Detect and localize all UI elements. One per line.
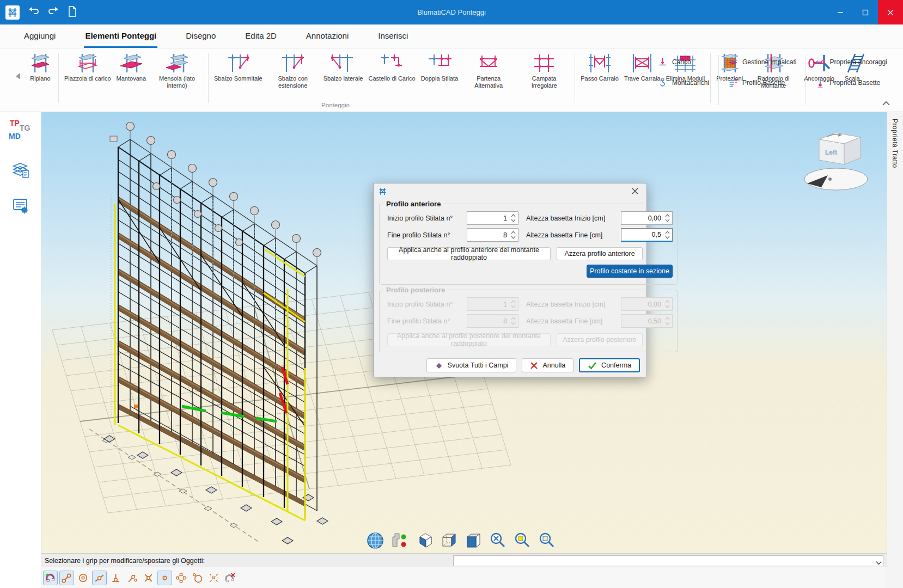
snap-magnet-icon [45, 572, 56, 584]
ribbon-item-mensola-lato-interno[interactable]: Mensola (lato interno) [149, 52, 205, 89]
layers-button[interactable] [10, 159, 32, 181]
profilo-posteriore-group: Profilo posteriore Inizio profilo Stilat… [379, 286, 678, 352]
command-history-dropdown-icon[interactable] [876, 558, 882, 567]
snap-center-button[interactable] [76, 571, 90, 585]
inizio-profilo-posteriore-label: Inizio profilo Stilata n° [387, 301, 463, 308]
visibility-button[interactable] [389, 530, 410, 551]
zoom-previous-button[interactable] [536, 530, 557, 551]
list-gear-icon [11, 197, 30, 215]
tab-elementi-ponteggi[interactable]: Elementi Ponteggi [84, 24, 157, 48]
profilo-costante-button[interactable]: Profilo costante in sezione [587, 265, 673, 278]
tool-proprieta-ancoraggi[interactable]: Proprietà Ancoraggi [815, 56, 887, 68]
spinner-arrows[interactable] [663, 229, 672, 241]
ribbon-item-doppia-stilata[interactable]: Doppia Stilata [418, 52, 461, 82]
annulla-button[interactable]: Annulla [522, 358, 573, 372]
dialog-close-button[interactable] [628, 185, 642, 197]
wireframe-view-button[interactable] [438, 530, 459, 551]
ribbon-item-castello-di-carico[interactable]: Castello di Carico [365, 52, 418, 82]
proprieta-basette-icon [815, 78, 825, 88]
snap-apparent-intersection-button[interactable] [206, 571, 221, 585]
zoom-previous-icon [538, 531, 556, 550]
snap-endpoint-button[interactable] [59, 571, 74, 585]
compass-ring [804, 168, 868, 190]
maximize-button[interactable] [853, 0, 878, 24]
shaded-view-button[interactable] [463, 530, 484, 551]
altezza-inizio-label: Altezza basetta Inizio [cm] [522, 215, 618, 222]
tool-profilo-basette[interactable]: Profilo Basette [728, 77, 796, 89]
ribbon-separator [806, 55, 806, 105]
tool-gestione-impalcati[interactable]: Gestione Impalcati [728, 56, 796, 68]
zoom-window-button[interactable] [512, 530, 533, 551]
close-button[interactable] [878, 0, 903, 24]
minimize-button[interactable] [828, 0, 853, 24]
layers-icon [11, 161, 30, 179]
undo-icon[interactable] [28, 7, 39, 19]
ribbon-scroll-left-button[interactable] [13, 69, 23, 83]
visibility-icon [391, 531, 409, 550]
gestione-impalcati-icon [728, 57, 738, 67]
ribbon-tools: Carico Montacarichi Gestione Impalcati P… [651, 54, 894, 105]
ribbon-item-ripiano[interactable]: Ripiano [25, 52, 56, 82]
ribbon-item-sbalzo-con-estensione[interactable]: Sbalzo con estensione [265, 52, 321, 89]
partenza-icon [476, 52, 501, 74]
applica-anteriore-button[interactable]: Applica anche al profilo anteriore del m… [387, 247, 551, 260]
snap-intersection-button[interactable] [141, 571, 156, 585]
tab-inserisci[interactable]: Inserisci [377, 24, 409, 48]
fine-profilo-label: Fine profilo Stilata n° [387, 231, 463, 239]
ribbon-item-passo-carraio[interactable]: Passo Carraio [578, 52, 621, 82]
ripiano-icon [28, 52, 53, 74]
snap-toggle-button[interactable] [43, 571, 58, 585]
spinner-arrows[interactable] [509, 212, 517, 224]
ribbon-item-campata-irregolare[interactable]: Campata Irregolare [516, 52, 572, 89]
tab-annotazioni[interactable]: Annotazioni [305, 24, 350, 48]
tool-carico[interactable]: Carico [658, 56, 709, 68]
ribbon-item-sbalzo-sommitale[interactable]: Sbalzo Sommitale [211, 52, 265, 82]
fine-profilo-spinner [467, 228, 518, 242]
ribbon-collapse-button[interactable] [879, 97, 893, 108]
ribbon-group-label: Ponteggio [25, 102, 646, 108]
tab-aggiungi[interactable]: Aggiungi [23, 24, 57, 48]
command-bar: Selezionare i grip per modificare/sposta… [41, 553, 887, 567]
dialog-title-bar[interactable] [374, 183, 646, 199]
snap-tangent-button[interactable] [125, 571, 139, 585]
navigation-cube[interactable]: Left [795, 127, 877, 193]
view-globe-button[interactable] [365, 530, 386, 551]
azzera-anteriore-button[interactable]: Azzera profilo anteriore [557, 247, 643, 260]
window-title: BlumatiCAD Ponteggi [0, 8, 903, 16]
svuota-tutti-i-campi-button[interactable]: Svuota Tutti i Campi [426, 358, 517, 372]
tab-edita-2d[interactable]: Edita 2D [244, 24, 278, 48]
carico-icon [658, 57, 668, 67]
snap-perpendicular-button[interactable] [108, 571, 123, 585]
conferma-button[interactable]: Conferma [579, 358, 640, 372]
ribbon-item-sbalzo-laterale[interactable]: Sbalzo laterale [321, 52, 366, 82]
zoom-extents-button[interactable] [487, 530, 508, 551]
report-settings-button[interactable] [10, 195, 32, 217]
castello-icon [380, 52, 405, 74]
snap-node-button[interactable] [157, 571, 172, 585]
altezza-fine-posteriore-spinner [621, 314, 673, 328]
snap-quadrant-button[interactable] [174, 571, 188, 585]
snap-toolbar [41, 567, 887, 588]
right-panel-tab[interactable]: Proprietà Tratto [887, 112, 903, 588]
command-input[interactable] [453, 555, 883, 566]
tool-proprieta-basette[interactable]: Proprietà Basette [815, 77, 887, 89]
tool-montacarichi[interactable]: Montacarichi [658, 77, 709, 89]
spinner-arrows[interactable] [663, 212, 672, 224]
app-icon [5, 5, 20, 20]
snap-clear-button[interactable] [223, 571, 237, 585]
new-document-icon[interactable] [68, 6, 77, 19]
ribbon-item-piazzola-di-carico[interactable]: Piazzola di carico [62, 52, 114, 82]
profilo-basette-icon [728, 78, 738, 88]
redo-icon[interactable] [48, 7, 59, 19]
snap-midpoint-button[interactable] [92, 571, 107, 585]
ribbon-item-partenza-alternativa[interactable]: Partenza Alternativa [461, 52, 516, 89]
snap-midpoint-icon [94, 572, 105, 584]
ribbon-separator [208, 53, 209, 103]
tab-disegno[interactable]: Disegno [185, 24, 217, 48]
iso-view-button[interactable] [414, 530, 435, 551]
spinner-arrows[interactable] [509, 229, 517, 241]
snap-nearest-button[interactable] [190, 571, 205, 585]
altezza-fine-posteriore-label: Altezza basetta Fine [cm] [522, 317, 618, 325]
ribbon-item-mantovana[interactable]: Mantovana [114, 52, 149, 82]
altezza-inizio-posteriore-label: Altezza basetta Inizio [cm] [522, 301, 618, 308]
